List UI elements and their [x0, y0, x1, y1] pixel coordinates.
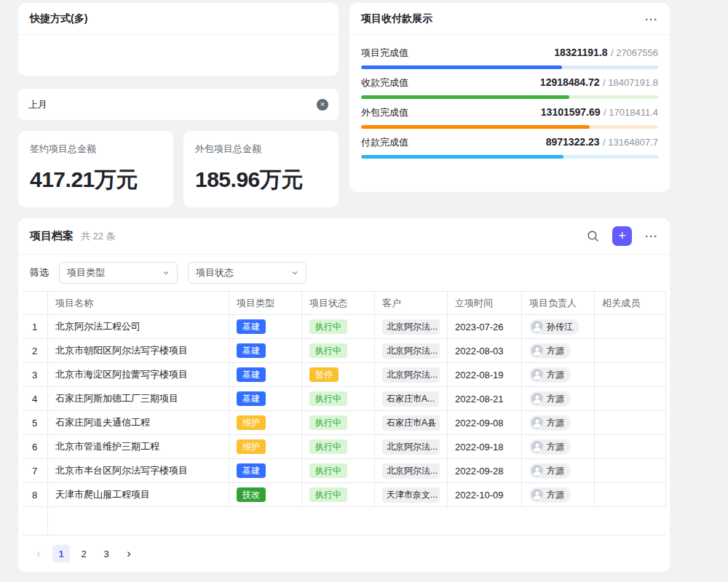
project-type-cell[interactable]: 基建	[229, 387, 302, 411]
table-row[interactable]: 7 北京市丰台区阿尔法写字楼项目 基建 执行中 北京阿尔法... 2022-09…	[22, 459, 666, 483]
page-button-3[interactable]: 3	[98, 545, 115, 562]
project-status-cell[interactable]: 执行中	[302, 387, 375, 411]
date-cell[interactable]: 2023-07-26	[448, 315, 522, 339]
col-owner[interactable]: 项目负责人	[522, 292, 595, 315]
members-cell[interactable]	[595, 363, 666, 387]
members-cell[interactable]	[595, 435, 666, 459]
members-cell[interactable]	[595, 459, 666, 483]
empty-row[interactable]	[22, 507, 666, 535]
filter-project-status-dropdown[interactable]: 项目状态	[188, 262, 306, 284]
owner-cell[interactable]: 方源	[522, 339, 595, 363]
project-type-cell[interactable]: 基建	[229, 315, 302, 339]
members-cell[interactable]	[595, 387, 666, 411]
type-badge: 基建	[237, 463, 266, 478]
customer-chip: 北京阿尔法...	[382, 463, 440, 479]
owner-cell[interactable]: 孙传江	[522, 315, 595, 339]
col-project-status[interactable]: 项目状态	[302, 292, 375, 315]
customer-cell[interactable]: 石家庄市A...	[375, 387, 448, 411]
page-button-2[interactable]: 2	[75, 545, 92, 562]
project-type-cell[interactable]: 技改	[229, 483, 302, 507]
status-badge: 执行中	[309, 487, 347, 502]
owner-cell[interactable]: 方源	[522, 411, 595, 435]
col-project-type[interactable]: 项目类型	[229, 292, 302, 315]
col-date[interactable]: 立项时间	[448, 292, 522, 315]
type-badge: 基建	[237, 319, 266, 334]
project-status-cell[interactable]: 执行中	[302, 411, 375, 435]
owner-cell[interactable]: 方源	[522, 387, 595, 411]
table-row[interactable]: 2 北京市朝阳区阿尔法写字楼项目 基建 执行中 北京阿尔法... 2022-08…	[22, 339, 666, 363]
project-status-cell[interactable]: 执行中	[302, 435, 375, 459]
pagination-prev-icon[interactable]: ‹	[30, 545, 47, 562]
project-status-cell[interactable]: 执行中	[302, 483, 375, 507]
filter-project-type-dropdown[interactable]: 项目类型	[59, 262, 178, 284]
date-cell[interactable]: 2022-10-09	[448, 483, 522, 507]
table-row[interactable]: 4 石家庄阿斯加德工厂三期项目 基建 执行中 石家庄市A... 2022-08-…	[22, 387, 666, 411]
members-cell[interactable]	[595, 339, 666, 363]
date-cell[interactable]: 2022-09-08	[448, 411, 522, 435]
project-name-cell[interactable]: 北京市丰台区阿尔法写字楼项目	[48, 459, 229, 483]
table-row[interactable]: 6 北京市管道维护三期工程 维护 执行中 北京阿尔法... 2022-09-18…	[22, 435, 666, 459]
owner-cell[interactable]: 方源	[522, 459, 595, 483]
date-cell[interactable]: 2022-09-18	[448, 435, 522, 459]
project-name-cell[interactable]: 石家庄阿道夫通信工程	[48, 411, 229, 435]
customer-cell[interactable]: 北京阿尔法...	[375, 459, 448, 483]
table-row[interactable]: 5 石家庄阿道夫通信工程 维护 执行中 石家庄市A县 2022-09-08 方源	[22, 411, 666, 435]
project-status-cell[interactable]: 执行中	[302, 315, 375, 339]
project-type-cell[interactable]: 维护	[229, 411, 302, 435]
payments-body: 项目完成值 18321191.8 / 27067556 收款完成值 129184…	[349, 35, 670, 159]
members-cell[interactable]	[595, 411, 666, 435]
clear-filter-icon[interactable]: ×	[317, 99, 328, 111]
owner-cell[interactable]: 方源	[522, 363, 595, 387]
customer-cell[interactable]: 天津市奈文...	[375, 483, 448, 507]
col-project-name[interactable]: 项目名称	[48, 292, 229, 315]
more-menu-icon[interactable]: ···	[645, 13, 658, 25]
project-type-cell[interactable]: 基建	[229, 363, 302, 387]
owner-cell[interactable]: 方源	[522, 483, 595, 507]
table-row[interactable]: 3 北京市海淀区阿拉蕾写字楼项目 基建 暂停 北京阿尔法... 2022-08-…	[22, 363, 666, 387]
date-filter-bar[interactable]: 上月 ×	[18, 89, 339, 120]
progress-track	[361, 65, 658, 69]
col-members[interactable]: 相关成员	[595, 292, 666, 315]
date-cell[interactable]: 2022-08-19	[448, 363, 522, 387]
date-filter-value: 上月	[28, 98, 47, 111]
project-name-cell[interactable]: 北京阿尔法工程公司	[48, 315, 229, 339]
project-type-cell[interactable]: 基建	[229, 339, 302, 363]
add-record-button[interactable]: +	[612, 226, 632, 246]
project-name-cell[interactable]: 北京市海淀区阿拉蕾写字楼项目	[48, 363, 229, 387]
progress-label: 付款完成值	[361, 136, 408, 149]
customer-cell[interactable]: 石家庄市A县	[375, 411, 448, 435]
project-name-cell[interactable]: 北京市管道维护三期工程	[48, 435, 229, 459]
members-cell[interactable]	[595, 315, 666, 339]
project-name-cell[interactable]: 天津市爬山服工程项目	[48, 483, 229, 507]
project-type-cell[interactable]: 维护	[229, 435, 302, 459]
customer-cell[interactable]: 北京阿尔法...	[375, 435, 448, 459]
owner-pill: 方源	[529, 415, 571, 431]
project-name-cell[interactable]: 北京市朝阳区阿尔法写字楼项目	[48, 339, 229, 363]
project-status-cell[interactable]: 暂停	[302, 363, 375, 387]
project-name-cell[interactable]: 石家庄阿斯加德工厂三期项目	[48, 387, 229, 411]
customer-chip: 北京阿尔法...	[382, 319, 440, 335]
more-menu-icon[interactable]: ···	[645, 230, 658, 242]
search-icon[interactable]	[587, 230, 599, 242]
customer-cell[interactable]: 北京阿尔法...	[375, 315, 448, 339]
status-badge: 执行中	[309, 343, 347, 358]
date-cell[interactable]: 2022-08-21	[448, 387, 522, 411]
table-row[interactable]: 1 北京阿尔法工程公司 基建 执行中 北京阿尔法... 2023-07-26 孙…	[22, 315, 666, 339]
project-status-cell[interactable]: 执行中	[302, 339, 375, 363]
stat-label: 外包项目总金额	[195, 143, 327, 156]
owner-pill: 方源	[529, 463, 571, 479]
page-button-1[interactable]: 1	[52, 545, 70, 562]
members-cell[interactable]	[595, 483, 666, 507]
owner-cell[interactable]: 方源	[522, 435, 595, 459]
status-badge: 执行中	[309, 391, 347, 406]
avatar	[531, 489, 543, 501]
col-customer[interactable]: 客户	[375, 292, 448, 315]
table-row[interactable]: 8 天津市爬山服工程项目 技改 执行中 天津市奈文... 2022-10-09 …	[22, 483, 666, 507]
project-status-cell[interactable]: 执行中	[302, 459, 375, 483]
customer-cell[interactable]: 北京阿尔法...	[375, 339, 448, 363]
pagination-next-icon[interactable]: ›	[120, 545, 138, 562]
project-type-cell[interactable]: 基建	[229, 459, 302, 483]
date-cell[interactable]: 2022-08-03	[448, 339, 522, 363]
customer-cell[interactable]: 北京阿尔法...	[375, 363, 448, 387]
date-cell[interactable]: 2022-09-28	[448, 459, 522, 483]
